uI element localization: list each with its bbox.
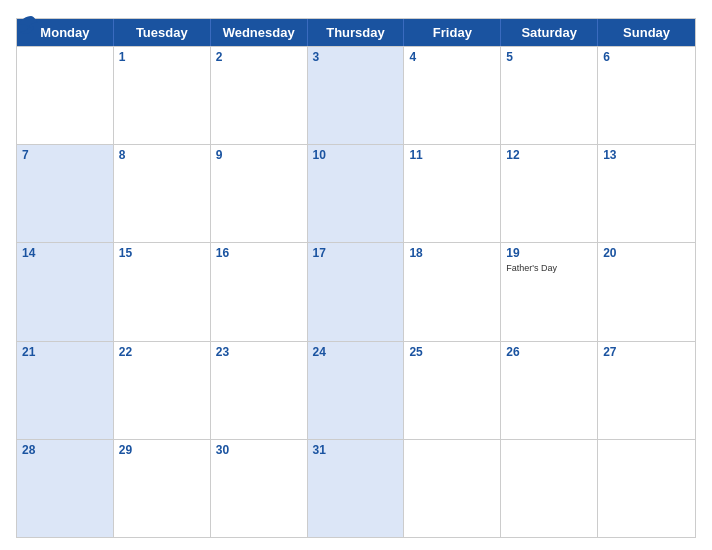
day-number: 30	[216, 443, 302, 457]
cal-cell: 25	[404, 342, 501, 439]
day-number: 2	[216, 50, 302, 64]
day-number: 10	[313, 148, 399, 162]
cal-cell: 20	[598, 243, 695, 340]
cal-cell	[17, 47, 114, 144]
day-number: 8	[119, 148, 205, 162]
cal-cell: 6	[598, 47, 695, 144]
cal-cell: 7	[17, 145, 114, 242]
day-number: 12	[506, 148, 592, 162]
day-number: 21	[22, 345, 108, 359]
cal-cell: 4	[404, 47, 501, 144]
cal-cell	[404, 440, 501, 537]
cal-cell: 22	[114, 342, 211, 439]
day-event: Father's Day	[506, 263, 592, 274]
day-number: 18	[409, 246, 495, 260]
cal-cell: 24	[308, 342, 405, 439]
cal-cell: 27	[598, 342, 695, 439]
week-row-2: 78910111213	[17, 144, 695, 242]
cal-cell: 28	[17, 440, 114, 537]
day-number: 25	[409, 345, 495, 359]
week-row-3: 141516171819Father's Day20	[17, 242, 695, 340]
day-number: 24	[313, 345, 399, 359]
week-row-5: 28293031	[17, 439, 695, 537]
day-number: 11	[409, 148, 495, 162]
day-number: 1	[119, 50, 205, 64]
weekday-header-saturday: Saturday	[501, 19, 598, 46]
day-number: 26	[506, 345, 592, 359]
weekday-header-friday: Friday	[404, 19, 501, 46]
cal-cell: 9	[211, 145, 308, 242]
day-number: 9	[216, 148, 302, 162]
calendar-body: 12345678910111213141516171819Father's Da…	[17, 46, 695, 537]
day-number: 27	[603, 345, 690, 359]
cal-cell: 16	[211, 243, 308, 340]
day-number: 29	[119, 443, 205, 457]
cal-cell: 1	[114, 47, 211, 144]
weekday-header-thursday: Thursday	[308, 19, 405, 46]
cal-cell	[598, 440, 695, 537]
day-number: 5	[506, 50, 592, 64]
cal-cell: 21	[17, 342, 114, 439]
day-number: 19	[506, 246, 592, 260]
cal-cell: 26	[501, 342, 598, 439]
day-number: 28	[22, 443, 108, 457]
logo	[16, 12, 49, 36]
cal-cell: 14	[17, 243, 114, 340]
day-number: 20	[603, 246, 690, 260]
cal-cell: 31	[308, 440, 405, 537]
weekday-header-tuesday: Tuesday	[114, 19, 211, 46]
logo-bird-icon	[16, 14, 46, 36]
calendar-page: MondayTuesdayWednesdayThursdayFridaySatu…	[0, 0, 712, 550]
cal-cell: 5	[501, 47, 598, 144]
weekday-header-wednesday: Wednesday	[211, 19, 308, 46]
day-number: 4	[409, 50, 495, 64]
cal-cell	[501, 440, 598, 537]
cal-cell: 23	[211, 342, 308, 439]
day-number: 3	[313, 50, 399, 64]
day-number: 31	[313, 443, 399, 457]
cal-cell: 3	[308, 47, 405, 144]
cal-cell: 15	[114, 243, 211, 340]
cal-cell: 17	[308, 243, 405, 340]
day-number: 16	[216, 246, 302, 260]
cal-cell: 30	[211, 440, 308, 537]
cal-cell: 19Father's Day	[501, 243, 598, 340]
cal-cell: 8	[114, 145, 211, 242]
cal-cell: 12	[501, 145, 598, 242]
day-number: 7	[22, 148, 108, 162]
week-row-4: 21222324252627	[17, 341, 695, 439]
cal-cell: 29	[114, 440, 211, 537]
cal-cell: 2	[211, 47, 308, 144]
cal-cell: 18	[404, 243, 501, 340]
cal-cell: 10	[308, 145, 405, 242]
calendar-grid: MondayTuesdayWednesdayThursdayFridaySatu…	[16, 18, 696, 538]
day-number: 15	[119, 246, 205, 260]
week-row-1: 123456	[17, 46, 695, 144]
day-number: 17	[313, 246, 399, 260]
day-number: 13	[603, 148, 690, 162]
cal-cell: 13	[598, 145, 695, 242]
weekday-header-row: MondayTuesdayWednesdayThursdayFridaySatu…	[17, 19, 695, 46]
day-number: 14	[22, 246, 108, 260]
cal-cell: 11	[404, 145, 501, 242]
day-number: 6	[603, 50, 690, 64]
day-number: 23	[216, 345, 302, 359]
day-number: 22	[119, 345, 205, 359]
weekday-header-sunday: Sunday	[598, 19, 695, 46]
